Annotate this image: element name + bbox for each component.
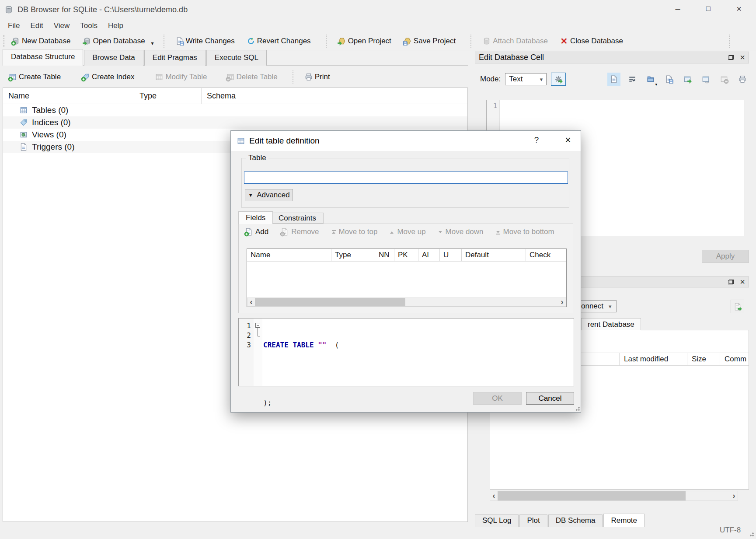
sql-line-numbers: 1 2 3 — [239, 318, 254, 386]
print-button[interactable]: Print — [300, 70, 334, 84]
remote-current-database-tab[interactable]: rent Database — [581, 318, 641, 330]
save-project-icon — [404, 37, 411, 45]
field-col-nn[interactable]: NN — [375, 249, 394, 261]
field-col-default[interactable]: Default — [462, 249, 526, 261]
print-cell-button[interactable] — [736, 73, 749, 86]
export-data-button[interactable] — [662, 73, 676, 86]
field-col-u[interactable]: U — [440, 249, 462, 261]
create-table-button[interactable]: Create Table — [4, 70, 65, 84]
ok-button[interactable]: OK — [473, 392, 522, 405]
tree-row-indices[interactable]: Indices (0) — [3, 116, 467, 129]
move-down-button[interactable]: Move down — [438, 228, 484, 236]
maximize-button[interactable]: □ — [695, 0, 721, 18]
field-col-pk[interactable]: PK — [394, 249, 418, 261]
tab-sql-log[interactable]: SQL Log — [475, 514, 519, 527]
import-data-button[interactable]: ▾ — [644, 73, 657, 86]
remove-field-button[interactable]: Remove — [281, 228, 319, 236]
text-mode-button[interactable] — [607, 73, 620, 86]
tree-header-schema[interactable]: Schema — [202, 88, 467, 104]
table-name-input[interactable] — [244, 172, 568, 184]
move-up-button[interactable]: Move up — [390, 228, 425, 236]
remote-identity-select[interactable]: onnect ▾ — [576, 300, 617, 312]
open-database-dropdown-arrow[interactable]: ▾ — [151, 40, 154, 46]
move-to-top-button[interactable]: Move to top — [331, 228, 378, 236]
tree-row-tables[interactable]: Tables (0) — [3, 104, 467, 116]
clone-database-button[interactable] — [731, 300, 744, 313]
write-changes-button[interactable]: Write Changes — [171, 34, 239, 48]
menu-file[interactable]: File — [3, 20, 25, 32]
field-col-name[interactable]: Name — [247, 249, 331, 261]
sql-line-2 — [263, 369, 574, 379]
save-project-button[interactable]: Save Project — [399, 34, 460, 48]
menu-tools[interactable]: Tools — [75, 20, 103, 32]
tab-plot[interactable]: Plot — [519, 514, 547, 527]
fields-table-header: Name Type NN PK AI U Default Check — [247, 249, 566, 262]
sql-line-1: CREATE TABLE "" ( — [263, 340, 574, 350]
fold-collapse-icon[interactable] — [255, 323, 260, 328]
menu-view[interactable]: View — [49, 20, 75, 32]
tab-fields[interactable]: Fields — [238, 211, 273, 224]
field-col-check[interactable]: Check — [526, 249, 566, 261]
remote-horizontal-scrollbar[interactable]: ‹ › — [490, 491, 738, 501]
tab-db-schema[interactable]: DB Schema — [548, 514, 603, 527]
scroll-right-icon[interactable]: › — [730, 492, 738, 500]
close-button[interactable]: × — [726, 0, 752, 18]
tab-remote[interactable]: Remote — [603, 514, 645, 527]
scrollbar-thumb[interactable] — [255, 298, 405, 306]
open-in-external-button[interactable] — [681, 73, 694, 86]
scroll-right-icon[interactable]: › — [558, 298, 566, 306]
float-panel-icon[interactable] — [728, 280, 734, 284]
menu-edit[interactable]: Edit — [25, 20, 48, 32]
scroll-left-icon[interactable]: ‹ — [490, 492, 498, 500]
tab-database-structure[interactable]: Database Structure — [3, 49, 83, 66]
add-field-button[interactable]: Add — [245, 228, 268, 236]
fields-horizontal-scrollbar[interactable]: ‹ › — [247, 298, 566, 307]
dialog-help-button[interactable]: ? — [531, 135, 542, 147]
apply-button[interactable]: Apply — [702, 250, 749, 263]
edit-database-cell-header: Edit Database Cell × — [475, 52, 749, 63]
scrollbar-thumb[interactable] — [498, 491, 686, 500]
remote-header-commit[interactable]: Comm — [720, 353, 749, 365]
remote-header-size[interactable]: Size — [687, 353, 720, 365]
auto-apply-button[interactable] — [551, 73, 566, 86]
close-panel-icon[interactable]: × — [740, 277, 745, 287]
field-col-ai[interactable]: AI — [418, 249, 440, 261]
move-to-bottom-button[interactable]: Move to bottom — [496, 228, 554, 236]
close-panel-icon[interactable]: × — [740, 52, 745, 63]
float-panel-icon[interactable] — [728, 55, 734, 60]
create-index-button[interactable]: Create Index — [77, 70, 139, 84]
minimize-button[interactable]: – — [665, 0, 691, 18]
revert-changes-button[interactable]: Revert Changes — [243, 34, 315, 48]
sql-preview-editor[interactable]: 1 2 3 CREATE TABLE "" ( ); — [238, 318, 574, 386]
main-toolbar: New Database Open Database ▾ Write Chang… — [0, 32, 756, 50]
set-null-button[interactable] — [718, 73, 731, 86]
scroll-left-icon[interactable]: ‹ — [247, 298, 255, 306]
delete-table-button[interactable]: Delete Table — [222, 70, 282, 84]
dialog-resize-grip[interactable] — [575, 406, 580, 411]
tab-edit-pragmas[interactable]: Edit Pragmas — [144, 50, 206, 66]
attach-database-button[interactable]: Attach Database — [478, 34, 552, 48]
tab-constraints[interactable]: Constraints — [271, 213, 324, 224]
advanced-button[interactable]: ▼ Advanced — [245, 189, 293, 201]
field-col-type[interactable]: Type — [331, 249, 375, 261]
open-database-button[interactable]: Open Database — [79, 34, 150, 48]
tables-icon — [20, 106, 28, 114]
remote-header-last-modified[interactable]: Last modified — [619, 353, 687, 365]
tab-browse-data[interactable]: Browse Data — [84, 50, 143, 66]
tab-execute-sql[interactable]: Execute SQL — [206, 50, 267, 66]
toolbar-drag-handle[interactable] — [3, 35, 6, 47]
copy-link-button[interactable] — [699, 73, 712, 86]
mode-select[interactable]: Text ▾ — [505, 73, 547, 85]
modify-table-button[interactable]: Modify Table — [151, 70, 211, 84]
open-project-button[interactable]: Open Project — [334, 34, 396, 48]
cancel-button[interactable]: Cancel — [526, 392, 574, 405]
sql-fold-margin[interactable] — [254, 318, 262, 386]
new-database-button[interactable]: New Database — [7, 34, 75, 48]
dialog-close-button[interactable]: × — [561, 134, 575, 147]
window-resize-grip[interactable] — [749, 531, 754, 536]
word-wrap-button[interactable] — [626, 73, 639, 86]
tree-header-type[interactable]: Type — [134, 88, 202, 104]
tree-header-name[interactable]: Name — [3, 88, 134, 104]
menu-help[interactable]: Help — [103, 20, 129, 32]
close-database-button[interactable]: ✕ Close Database — [556, 34, 627, 48]
